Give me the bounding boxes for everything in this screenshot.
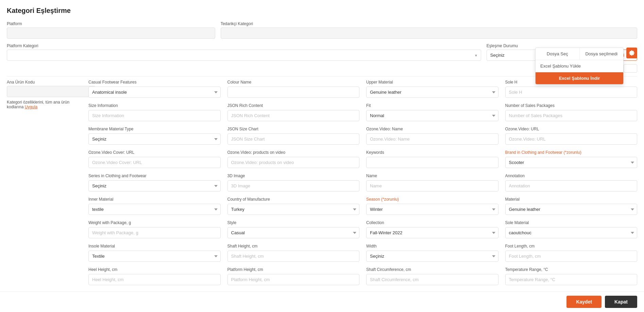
platform-height-label: Platform Height, cm: [227, 267, 360, 272]
excel-sablon-indir-button[interactable]: Excel Şablonu İndir: [536, 72, 623, 84]
collection-label: Collection: [366, 220, 498, 225]
ozone-video-products-on-video-group: Ozone.Video: products on video: [227, 150, 360, 168]
json-rich-content-group: JSON Rich Content: [227, 103, 360, 121]
sku-label: Ana Ürün Kodu: [7, 80, 82, 85]
three-d-image-label: 3D Image: [227, 173, 360, 178]
ozone-video-cover-url-input[interactable]: [88, 157, 221, 168]
ozone-video-name-input[interactable]: [366, 133, 498, 145]
annotation-input[interactable]: [505, 180, 638, 191]
membrane-material-type-select[interactable]: Seçiniz: [88, 133, 221, 145]
platform-height-input[interactable]: [227, 274, 360, 285]
membrane-material-type-label: Membrane Material Type: [88, 127, 221, 131]
ozone-video-url-group: Ozone.Video: URL: [505, 127, 638, 145]
temperature-range-group: Temperature Range, °C: [505, 267, 638, 285]
fit-select[interactable]: Normal: [366, 110, 498, 121]
fit-label: Fit: [366, 103, 498, 108]
excel-sablon-yukle-button[interactable]: Excel Şablonu Yükle: [536, 60, 623, 72]
shaft-circumference-label: Shaft Circumference, cm: [366, 267, 498, 272]
season-group: Season (*zorunlu) Winter: [366, 197, 498, 215]
foot-length-input[interactable]: [505, 251, 638, 262]
json-size-chart-label: JSON Size Chart: [227, 127, 360, 131]
platform-height-group: Platform Height, cm: [227, 267, 360, 285]
upper-material-select[interactable]: Genuine leather: [366, 87, 498, 98]
save-button[interactable]: Kaydet: [566, 296, 601, 308]
style-select[interactable]: Casual: [227, 227, 360, 238]
weight-with-package-label: Weight with Package, g: [88, 220, 221, 225]
settings-icon[interactable]: [626, 48, 637, 58]
material-group: Material Genuine leather: [505, 197, 638, 215]
casual-footwear-features-select[interactable]: Anatomical insole: [88, 87, 221, 98]
keywords-input[interactable]: ботинки мужские зимние,ботинки мужские,л…: [366, 157, 498, 168]
sku-input[interactable]: M5121CKO: [7, 86, 95, 97]
json-rich-content-label: JSON Rich Content: [227, 103, 360, 108]
ozone-video-products-on-video-label: Ozone.Video: products on video: [227, 150, 360, 155]
json-rich-content-input[interactable]: [227, 110, 360, 121]
colour-name-input[interactable]: Dark Brown: [227, 87, 360, 98]
name-label: Name: [366, 173, 498, 178]
material-select[interactable]: Genuine leather: [505, 204, 638, 215]
ozone-video-products-on-video-input[interactable]: [227, 157, 360, 168]
inner-material-select[interactable]: textile: [88, 204, 221, 215]
season-label: Season (*zorunlu): [366, 197, 498, 202]
inner-material-label: Inner Material: [88, 197, 221, 202]
upper-material-group: Upper Material Genuine leather: [366, 80, 498, 98]
style-label: Style: [227, 220, 360, 225]
page-title: Kategori Eşleştirme: [7, 7, 637, 15]
bottom-actions: Kaydet Kapat: [0, 291, 644, 312]
brand-in-clothing-and-footwear-select[interactable]: Scooter: [505, 157, 638, 168]
ozone-video-url-input[interactable]: [505, 133, 638, 145]
number-of-sales-packages-input[interactable]: [505, 110, 638, 121]
width-select[interactable]: Seçiniz: [366, 251, 498, 262]
country-of-manufacture-select[interactable]: Turkey: [227, 204, 360, 215]
platform-label: Platform: [7, 21, 215, 26]
heel-height-label: Heel Height, cm: [88, 267, 221, 272]
shaft-circumference-group: Shaft Circumference, cm: [366, 267, 498, 285]
name-group: Name: [366, 173, 498, 191]
json-size-chart-group: JSON Size Chart: [227, 127, 360, 145]
heel-height-input[interactable]: [88, 274, 221, 285]
dosya-sec-button[interactable]: Dosya Seç: [536, 48, 580, 60]
collection-group: Collection Fall-Winter 2022: [366, 220, 498, 238]
temperature-range-input[interactable]: [505, 274, 638, 285]
apply-link[interactable]: Uygula: [25, 105, 37, 109]
sole-material-select[interactable]: caoutchouc: [505, 227, 638, 238]
ozone-video-cover-url-label: Ozone.Video Cover: URL: [88, 150, 221, 155]
sole-h-input[interactable]: [505, 87, 638, 98]
dosya-secilmedi-label: Dosya seçilmedi: [580, 48, 624, 60]
annotation-label: Annotation: [505, 173, 638, 178]
insole-material-select[interactable]: Textile: [88, 251, 221, 262]
keywords-label: Keywords: [366, 150, 498, 155]
shaft-circumference-input[interactable]: [366, 274, 498, 285]
page-size-input[interactable]: 5: [624, 64, 637, 73]
json-size-chart-input[interactable]: [227, 133, 360, 145]
sole-material-label: Sole Material: [505, 220, 638, 225]
platform-kategori-input[interactable]: Footwear > Casual Footwear > Men's Demi-…: [7, 50, 481, 61]
shaft-height-label: Shaft Height, cm: [227, 244, 360, 249]
platform-kategori-chevron-icon: ▼: [474, 53, 478, 57]
brand-in-clothing-and-footwear-group: Brand in Clothing and Footwear (*zorunlu…: [505, 150, 638, 168]
number-of-sales-packages-group: Number of Sales Packages: [505, 103, 638, 121]
three-d-image-input[interactable]: [227, 180, 360, 191]
style-group: Style Casual: [227, 220, 360, 238]
ozone-video-url-label: Ozone.Video: URL: [505, 127, 638, 131]
apply-text: Kategori özelliklerini, tüm ana ürün kod…: [7, 100, 82, 109]
shaft-height-group: Shaft Height, cm: [227, 244, 360, 262]
collection-select[interactable]: Fall-Winter 2022: [366, 227, 498, 238]
weight-with-package-input[interactable]: [88, 227, 221, 238]
inner-material-group: Inner Material textile: [88, 197, 221, 215]
season-select[interactable]: Winter: [366, 204, 498, 215]
series-in-clothing-and-footwear-label: Series in Clothing and Footwear: [88, 173, 221, 178]
size-information-input[interactable]: [88, 110, 221, 121]
casual-footwear-features-label: Casual Footwear Features: [88, 80, 221, 85]
series-in-clothing-and-footwear-select[interactable]: Seçiniz: [88, 180, 221, 191]
foot-length-label: Foot Length, cm: [505, 244, 638, 249]
shaft-height-input[interactable]: [227, 251, 360, 262]
number-of-sales-packages-label: Number of Sales Packages: [505, 103, 638, 108]
upper-material-label: Upper Material: [366, 80, 498, 85]
casual-footwear-features-group: Casual Footwear Features Anatomical inso…: [88, 80, 221, 98]
insole-material-group: Insole Material Textile: [88, 244, 221, 262]
name-input[interactable]: [366, 180, 498, 191]
close-button[interactable]: Kapat: [605, 296, 637, 308]
foot-length-group: Foot Length, cm: [505, 244, 638, 262]
sole-material-group: Sole Material caoutchouc: [505, 220, 638, 238]
